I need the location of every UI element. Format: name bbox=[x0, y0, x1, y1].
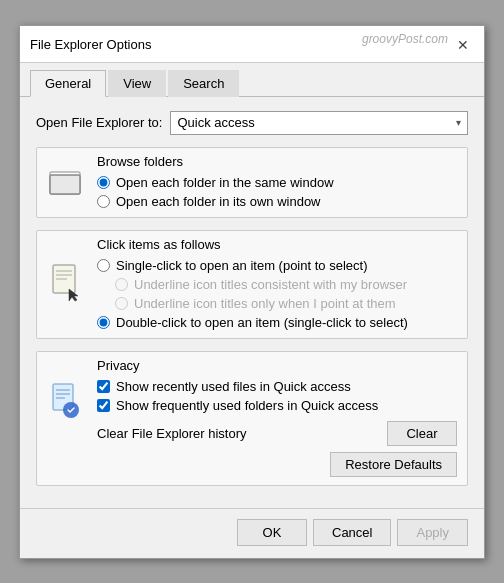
apply-button[interactable]: Apply bbox=[397, 519, 468, 546]
dialog-footer: OK Cancel Apply bbox=[20, 508, 484, 558]
privacy-options: Privacy Show recently used files in Quic… bbox=[97, 358, 457, 446]
open-to-label: Open File Explorer to: bbox=[36, 115, 162, 130]
clear-history-label: Clear File Explorer history bbox=[97, 426, 247, 441]
tab-bar: General View Search bbox=[20, 63, 484, 97]
double-click-option[interactable]: Double-click to open an item (single-cli… bbox=[97, 315, 457, 330]
tab-content: Open File Explorer to: Quick access ▾ bbox=[20, 97, 484, 508]
clear-history-row: Clear File Explorer history Clear bbox=[97, 421, 457, 446]
underline-point-radio[interactable] bbox=[115, 297, 128, 310]
folder-icon-area bbox=[47, 154, 87, 209]
click-items-radio-group: Single-click to open an item (point to s… bbox=[97, 258, 457, 330]
browse-own-window-radio[interactable] bbox=[97, 195, 110, 208]
dialog-title: File Explorer Options bbox=[30, 37, 151, 52]
open-to-select[interactable]: Quick access ▾ bbox=[170, 111, 468, 135]
browse-same-window-option[interactable]: Open each folder in the same window bbox=[97, 175, 457, 190]
tab-search[interactable]: Search bbox=[168, 70, 239, 97]
double-click-radio[interactable] bbox=[97, 316, 110, 329]
click-items-section: Click items as follows Single-click to o… bbox=[36, 230, 468, 339]
browse-folders-options: Browse folders Open each folder in the s… bbox=[97, 154, 457, 209]
chevron-down-icon: ▾ bbox=[456, 117, 461, 128]
close-button[interactable]: ✕ bbox=[452, 34, 474, 56]
privacy-icon-area bbox=[47, 358, 87, 446]
privacy-inner: Privacy Show recently used files in Quic… bbox=[47, 358, 457, 446]
open-to-row: Open File Explorer to: Quick access ▾ bbox=[36, 111, 468, 135]
single-click-radio[interactable] bbox=[97, 259, 110, 272]
tab-general[interactable]: General bbox=[30, 70, 106, 97]
underline-browser-radio[interactable] bbox=[115, 278, 128, 291]
browse-own-window-option[interactable]: Open each folder in its own window bbox=[97, 194, 457, 209]
click-icon bbox=[49, 263, 85, 303]
recently-used-checkbox[interactable] bbox=[97, 380, 110, 393]
title-bar: File Explorer Options groovyPost.com ✕ bbox=[20, 26, 484, 63]
click-items-inner: Click items as follows Single-click to o… bbox=[47, 237, 457, 330]
frequently-used-option[interactable]: Show frequently used folders in Quick ac… bbox=[97, 398, 457, 413]
watermark: groovyPost.com bbox=[362, 32, 448, 46]
privacy-title: Privacy bbox=[97, 358, 457, 373]
file-explorer-options-dialog: File Explorer Options groovyPost.com ✕ G… bbox=[19, 25, 485, 559]
ok-button[interactable]: OK bbox=[237, 519, 307, 546]
svg-rect-1 bbox=[50, 175, 80, 194]
clear-button[interactable]: Clear bbox=[387, 421, 457, 446]
privacy-icon bbox=[49, 382, 85, 422]
single-click-option[interactable]: Single-click to open an item (point to s… bbox=[97, 258, 457, 273]
click-items-title: Click items as follows bbox=[97, 237, 457, 252]
cancel-button[interactable]: Cancel bbox=[313, 519, 391, 546]
browse-folders-radio-group: Open each folder in the same window Open… bbox=[97, 175, 457, 209]
folder-icon bbox=[49, 167, 85, 195]
underline-point-option[interactable]: Underline icon titles only when I point … bbox=[97, 296, 457, 311]
recently-used-option[interactable]: Show recently used files in Quick access bbox=[97, 379, 457, 394]
privacy-section: Privacy Show recently used files in Quic… bbox=[36, 351, 468, 486]
underline-browser-option[interactable]: Underline icon titles consistent with my… bbox=[97, 277, 457, 292]
restore-row: Restore Defaults bbox=[47, 452, 457, 477]
click-icon-area bbox=[47, 237, 87, 330]
browse-folders-inner: Browse folders Open each folder in the s… bbox=[47, 154, 457, 209]
tab-view[interactable]: View bbox=[108, 70, 166, 97]
browse-folders-title: Browse folders bbox=[97, 154, 457, 169]
browse-folders-section: Browse folders Open each folder in the s… bbox=[36, 147, 468, 218]
click-items-options: Click items as follows Single-click to o… bbox=[97, 237, 457, 330]
frequently-used-checkbox[interactable] bbox=[97, 399, 110, 412]
browse-same-window-radio[interactable] bbox=[97, 176, 110, 189]
restore-defaults-button[interactable]: Restore Defaults bbox=[330, 452, 457, 477]
